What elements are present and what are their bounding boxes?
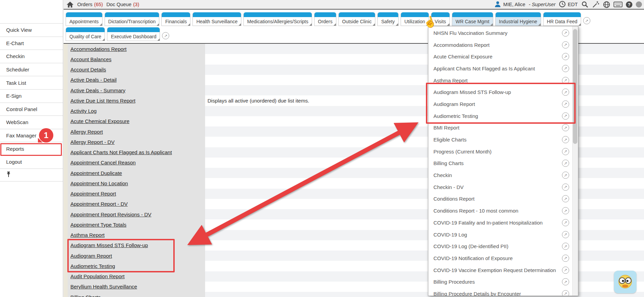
open-report-icon[interactable]: ↗ [562, 290, 569, 296]
report-link[interactable]: Appointment No Location [70, 180, 128, 186]
dropdown-report-item[interactable]: Checkin - DV ↗ [428, 181, 578, 193]
dropdown-report-item[interactable]: Billing Procedures ↗ [428, 276, 578, 288]
open-report-icon[interactable]: ↗ [562, 172, 569, 179]
open-report-icon[interactable]: ↗ [562, 207, 569, 214]
sidebar-item[interactable]: WebScan [0, 116, 63, 129]
sidebar-item[interactable]: E-Sign [0, 89, 63, 103]
report-link[interactable]: Appointment Cancel Reason [70, 160, 136, 165]
search-icon[interactable] [581, 1, 589, 8]
report-link[interactable]: Appointment Report Revisions - DV [70, 212, 151, 217]
report-link[interactable]: Asthma Report [70, 232, 105, 238]
open-report-icon[interactable]: ↗ [562, 243, 569, 250]
sidebar-item[interactable]: Checkin [0, 50, 63, 63]
open-new-window-icon[interactable]: ↗ [583, 17, 590, 24]
tab[interactable]: Safety [377, 12, 399, 26]
keyboard-icon[interactable] [614, 1, 622, 8]
tab[interactable]: Health Surveillance [192, 12, 241, 26]
tab[interactable]: Quality of Care [66, 27, 105, 41]
timezone-widget[interactable]: EDT [559, 1, 578, 9]
tab[interactable]: Outside Clinic [338, 12, 375, 26]
dropdown-report-item[interactable]: Conditions Report ↗ [428, 193, 578, 205]
report-link[interactable]: Audiogram Report [70, 253, 112, 259]
report-link[interactable]: Billing Charts [70, 294, 100, 297]
open-report-icon[interactable]: ↗ [562, 29, 569, 37]
report-link[interactable]: Beryllium Health Surveillance [70, 284, 137, 289]
dropdown-report-item[interactable]: Billing Procedure Details by Encounter ↗ [428, 288, 578, 296]
open-report-icon[interactable]: ↗ [562, 184, 569, 191]
dropdown-report-item[interactable]: Checkin ↗ [428, 169, 578, 181]
open-report-icon[interactable]: ↗ [562, 41, 569, 49]
dropdown-report-item[interactable]: Progress (Current Month) ↗ [428, 146, 578, 158]
report-link[interactable]: Audit Population Report [70, 273, 124, 279]
sidebar-item[interactable]: E-Chart [0, 37, 63, 50]
report-link[interactable]: Audiometric Testing [70, 263, 115, 269]
tab[interactable]: Medications/Allergies/Scripts [243, 12, 312, 26]
sidebar-item[interactable]: Logout [0, 155, 63, 168]
pin-icon[interactable] [6, 171, 11, 178]
open-report-icon[interactable]: ↗ [562, 53, 569, 60]
report-link[interactable]: Acute Chemical Exposure [70, 118, 130, 124]
report-link[interactable]: Appointment Duplicate [70, 170, 122, 176]
open-report-icon[interactable]: ↗ [562, 136, 569, 143]
report-link[interactable]: Allergy Report [70, 129, 103, 135]
open-report-icon[interactable]: ↗ [562, 231, 569, 238]
help-icon[interactable]: ? [626, 1, 632, 8]
report-link[interactable]: Activity Log [70, 108, 97, 114]
assistant-duck-icon[interactable] [614, 271, 636, 293]
open-report-icon[interactable]: ↗ [562, 278, 569, 285]
tab[interactable]: Utilization [401, 12, 429, 26]
open-report-icon[interactable]: ↗ [562, 112, 569, 120]
tab[interactable]: Orders [314, 12, 336, 26]
report-link[interactable]: Appointment Report - DV [70, 201, 128, 207]
tab[interactable]: WR Case Mgmt [452, 12, 493, 26]
dropdown-report-item[interactable]: Accommodations Report ↗ [428, 39, 578, 51]
open-new-window-icon[interactable]: ↗ [162, 32, 169, 39]
open-report-icon[interactable]: ↗ [562, 100, 569, 108]
dropdown-scrollbar-thumb[interactable] [573, 29, 577, 144]
dropdown-report-item[interactable]: NHSN Flu Vaccination Summary ↗ [428, 27, 578, 39]
open-report-icon[interactable]: ↗ [562, 124, 569, 131]
sidebar-item[interactable]: Quick View [0, 23, 63, 37]
report-link[interactable]: Active Due List Items Report [70, 98, 135, 104]
open-report-icon[interactable]: ↗ [562, 89, 569, 96]
sidebar-pin-row[interactable] [0, 168, 63, 182]
report-link[interactable]: Audiogram Missed STS Follow-up [70, 242, 148, 248]
dropdown-report-item[interactable]: Audiometric Testing ↗ [428, 110, 578, 122]
dropdown-report-item[interactable]: Asthma Report ↗ [428, 75, 578, 86]
sidebar-item[interactable]: Fax Manager [0, 129, 63, 142]
dropdown-report-item[interactable]: BMI Report ↗ [428, 122, 578, 134]
dropdown-report-item[interactable]: Billing Charts ↗ [428, 158, 578, 170]
report-link[interactable]: Active Deals - Detail [70, 77, 117, 83]
globe-icon[interactable] [603, 1, 610, 8]
open-report-icon[interactable]: ↗ [562, 77, 569, 84]
dropdown-report-item[interactable]: Conditions Report - 10 most common ↗ [428, 205, 578, 217]
sidebar-item[interactable]: Task List [0, 76, 63, 89]
tab[interactable]: Dictation/Transcription [105, 12, 160, 26]
sidebar-item[interactable]: Scheduler [0, 63, 63, 76]
report-link[interactable]: Allergy Report - DV [70, 139, 115, 145]
tab[interactable]: Appointments [66, 12, 103, 26]
report-link[interactable]: Accommodations Report [70, 46, 126, 52]
doc-queue-link[interactable]: Doc Queue (3) [106, 2, 139, 7]
open-report-icon[interactable]: ↗ [562, 219, 569, 226]
sidebar-item[interactable]: Control Panel [0, 103, 63, 116]
report-link[interactable]: Appointment Report [70, 191, 116, 197]
orders-link[interactable]: Orders (65) [77, 2, 103, 7]
dropdown-report-item[interactable]: COVID-19 Notification of Exposure ↗ [428, 252, 578, 264]
report-link[interactable]: Account Details [70, 67, 106, 72]
dropdown-report-item[interactable]: COVID-19 Log ↗ [428, 229, 578, 241]
dropdown-report-item[interactable]: Eligible Charts ↗ [428, 134, 578, 146]
dropdown-report-item[interactable]: Applicant Charts Not Flagged as Is Appli… [428, 63, 578, 75]
dropdown-report-item[interactable]: COVID-19 Fatality and In-patient Hospita… [428, 217, 578, 229]
tab[interactable]: HR Data Feed [543, 12, 581, 26]
tab[interactable]: Executive Dashboard [107, 27, 160, 41]
report-link[interactable]: Applicant Charts Not Flagged as Is Appli… [70, 149, 172, 155]
open-report-icon[interactable]: ↗ [562, 195, 569, 202]
dropdown-report-item[interactable]: Audiogram Missed STS Follow-up ↗ [428, 86, 578, 98]
tab[interactable]: Financials [161, 12, 190, 26]
dropdown-report-item[interactable]: COVID-19 Log (De-identified PII) ↗ [428, 240, 578, 252]
user-menu[interactable]: MIE, Alice - SuperUser [494, 1, 555, 9]
open-report-icon[interactable]: ↗ [562, 65, 569, 72]
tab[interactable]: Industrial Hygiene [495, 12, 541, 26]
wand-icon[interactable] [592, 1, 600, 8]
